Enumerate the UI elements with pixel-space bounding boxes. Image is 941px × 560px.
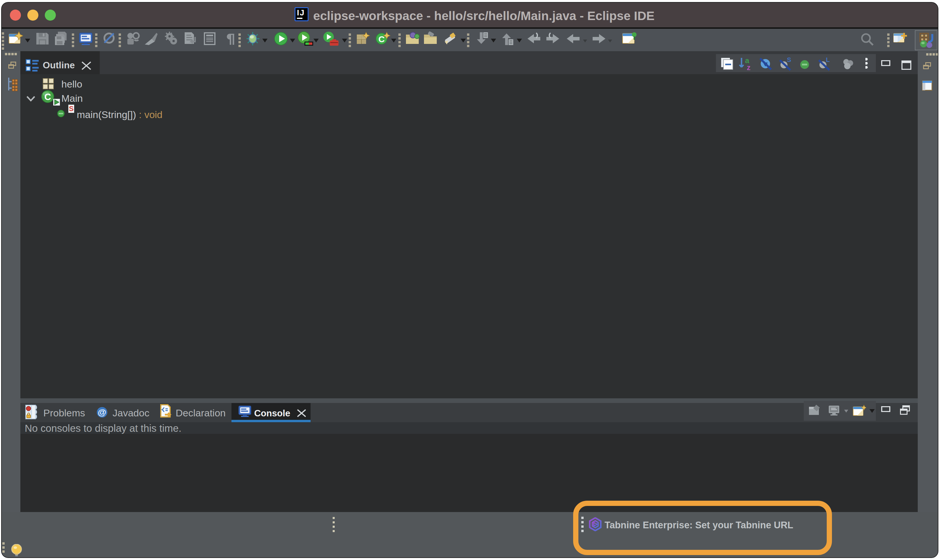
svg-text:S: S <box>787 57 791 63</box>
svg-text:C: C <box>44 92 51 102</box>
svg-text:L: L <box>826 57 830 63</box>
svg-text:z: z <box>747 63 750 71</box>
